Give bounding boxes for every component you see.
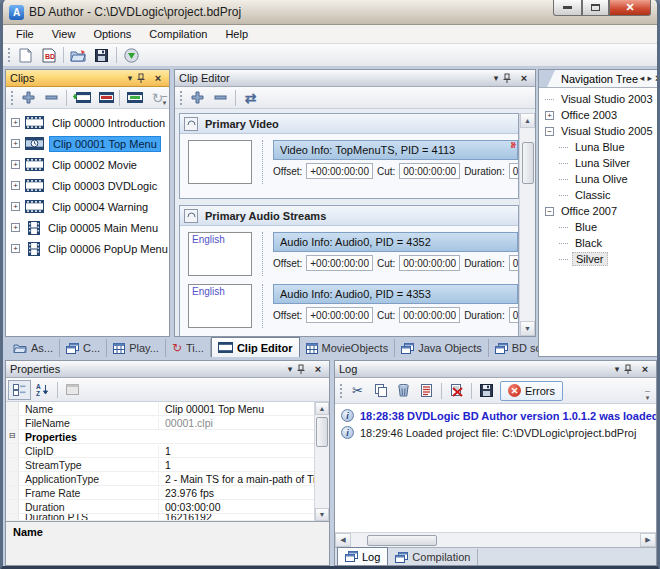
- minimize-button[interactable]: [553, 0, 582, 16]
- property-value[interactable]: Clip 00001 Top Menu: [159, 403, 314, 415]
- toolbar-grip[interactable]: [340, 384, 343, 398]
- open-project-button[interactable]: [67, 45, 90, 65]
- close-icon[interactable]: ×: [311, 362, 325, 377]
- cut-input[interactable]: 00:00:00:00: [399, 255, 460, 271]
- cut-input[interactable]: 00:00:00:00: [399, 163, 460, 179]
- scroll-up-icon[interactable]: ▲: [315, 402, 329, 415]
- tab-clips[interactable]: C...: [60, 339, 107, 357]
- nav-tree-item[interactable]: −Office 2007: [539, 203, 660, 219]
- swap-streams-button[interactable]: ⇄: [239, 88, 262, 108]
- menu-view[interactable]: View: [43, 26, 85, 42]
- remove-stream-button[interactable]: [209, 88, 232, 108]
- properties-header[interactable]: Properties ▾ ×: [6, 361, 329, 378]
- nav-tree-item[interactable]: Classic: [539, 187, 660, 203]
- scroll-down-icon[interactable]: ▼: [520, 321, 535, 336]
- pin-icon[interactable]: [503, 73, 517, 84]
- property-row[interactable]: NameClip 00001 Top Menu: [6, 402, 314, 416]
- expand-icon[interactable]: +: [11, 202, 20, 211]
- property-value[interactable]: 23.976 fps: [159, 487, 314, 499]
- tab-java-objects[interactable]: Java Objects: [395, 339, 489, 357]
- scroll-left-icon[interactable]: ◀: [335, 533, 351, 547]
- scroll-up-icon[interactable]: ▲: [520, 113, 535, 128]
- close-icon[interactable]: ×: [654, 71, 660, 86]
- menu-options[interactable]: Options: [84, 26, 140, 42]
- close-button[interactable]: ✕: [609, 0, 651, 16]
- remove-clip-button[interactable]: [40, 88, 63, 108]
- nav-tree-item[interactable]: Luna Blue: [539, 139, 660, 155]
- collapse-icon[interactable]: ⊟: [6, 430, 19, 443]
- property-row[interactable]: FileName00001.clpi: [6, 416, 314, 430]
- property-row[interactable]: ClipID1: [6, 444, 314, 458]
- sort-az-button[interactable]: AZ: [31, 380, 54, 400]
- duration-input[interactable]: 0: [509, 163, 518, 179]
- nav-tree-item[interactable]: +Office 2003: [539, 107, 660, 123]
- cut-button[interactable]: ✂: [346, 381, 369, 401]
- navigation-tree-header[interactable]: Navigation Tree ◂ ▸ ×: [539, 70, 660, 88]
- expand-icon[interactable]: +: [11, 181, 20, 190]
- tab-clip-editor[interactable]: Clip Editor: [211, 337, 300, 357]
- remove-video-clip-button[interactable]: [93, 88, 116, 108]
- clips-tree-item[interactable]: + Clip 00003 DVDLogic: [6, 175, 169, 196]
- property-category-row[interactable]: ⊟Properties: [6, 430, 314, 444]
- clips-tree-item[interactable]: + Clip 00005 Main Menu: [6, 217, 169, 238]
- tab-movieobjects[interactable]: MovieObjects: [300, 339, 396, 357]
- tab-compilation[interactable]: Compilation: [388, 549, 478, 565]
- audio-thumbnail[interactable]: English: [188, 284, 252, 328]
- property-row[interactable]: ApplicationType2 - Main TS for a main-pa…: [6, 472, 314, 486]
- offset-input[interactable]: +00:00:00:00: [306, 255, 373, 271]
- compile-button[interactable]: [120, 45, 143, 65]
- scroll-right-icon[interactable]: ▸: [646, 71, 654, 86]
- toolbar-grip[interactable]: [180, 91, 183, 105]
- add-stream-button[interactable]: [186, 88, 209, 108]
- cut-input[interactable]: 00:00:00:00: [399, 307, 460, 323]
- nav-tree-item[interactable]: Blue: [539, 219, 660, 235]
- log-entry[interactable]: i 18:29:46 Loaded project file: C:\DVDLo…: [335, 424, 656, 441]
- scrollbar-thumb[interactable]: [316, 417, 328, 447]
- close-icon[interactable]: ×: [517, 71, 531, 86]
- clear-log-button[interactable]: [445, 381, 468, 401]
- expand-icon[interactable]: +: [11, 139, 20, 148]
- collapse-icon[interactable]: −: [545, 127, 554, 136]
- scroll-right-icon[interactable]: ▶: [640, 533, 656, 547]
- video-thumbnail[interactable]: [188, 140, 252, 184]
- audio-stream-row[interactable]: English Audio Info: Audio0, PID = 4353 O…: [188, 284, 518, 328]
- collapse-group-button[interactable]: [184, 117, 198, 131]
- property-row-clipped[interactable]: Duration PTS16216192: [6, 514, 314, 521]
- nav-tree-item[interactable]: Luna Silver: [539, 155, 660, 171]
- nav-tree-item-selected[interactable]: Silver: [539, 251, 660, 267]
- property-value[interactable]: 2 - Main TS for a main-path of Time bas: [159, 473, 314, 485]
- duration-input[interactable]: 0: [509, 255, 518, 271]
- nav-tree-item[interactable]: Visual Studio 2003: [539, 91, 660, 107]
- property-value[interactable]: 1: [159, 459, 314, 471]
- property-row[interactable]: Frame Rate23.976 fps: [6, 486, 314, 500]
- clips-tree-item-selected[interactable]: + Clip 00001 Top Menu: [6, 133, 169, 154]
- add-menu-clip-button[interactable]: [123, 88, 146, 108]
- select-all-button[interactable]: [415, 381, 438, 401]
- pin-icon[interactable]: [137, 73, 151, 84]
- collapse-icon[interactable]: −: [545, 207, 554, 216]
- video-stream-row[interactable]: Video Info: TopMenuTS, PID = 4113 }}} Of…: [188, 140, 518, 184]
- nav-tree-item[interactable]: −Visual Studio 2005: [539, 123, 660, 139]
- add-clip-button[interactable]: [17, 88, 40, 108]
- close-icon[interactable]: ×: [638, 362, 652, 377]
- toolbar-overflow-icon[interactable]: ─▾: [162, 94, 167, 106]
- scrollbar-thumb[interactable]: [522, 142, 534, 184]
- expand-icon[interactable]: +: [11, 223, 20, 232]
- properties-vertical-scrollbar[interactable]: ▲ ▼: [314, 402, 329, 521]
- save-project-button[interactable]: [90, 45, 113, 65]
- property-value[interactable]: 00001.clpi: [159, 417, 314, 429]
- toolbar-grip[interactable]: [11, 91, 14, 105]
- log-entry[interactable]: i 18:28:38 DVDLogic BD Author version 1.…: [335, 407, 656, 424]
- save-log-button[interactable]: [475, 381, 498, 401]
- clip-editor-vertical-scrollbar[interactable]: ▲ ▼: [519, 113, 535, 336]
- log-horizontal-scrollbar[interactable]: ◀ ▶: [335, 532, 656, 547]
- nav-tree-item[interactable]: Luna Olive: [539, 171, 660, 187]
- expand-icon[interactable]: +: [545, 111, 554, 120]
- tab-titles[interactable]: ↻ Ti...: [166, 339, 211, 357]
- video-info-bar[interactable]: Video Info: TopMenuTS, PID = 4113 }}}: [273, 140, 518, 160]
- expand-icon[interactable]: +: [11, 160, 20, 169]
- delete-button[interactable]: [392, 381, 415, 401]
- property-row[interactable]: Duration00:03:00:00: [6, 500, 314, 514]
- tab-log[interactable]: Log: [337, 547, 388, 565]
- clip-editor-header[interactable]: Clip Editor ▾ ×: [175, 70, 535, 87]
